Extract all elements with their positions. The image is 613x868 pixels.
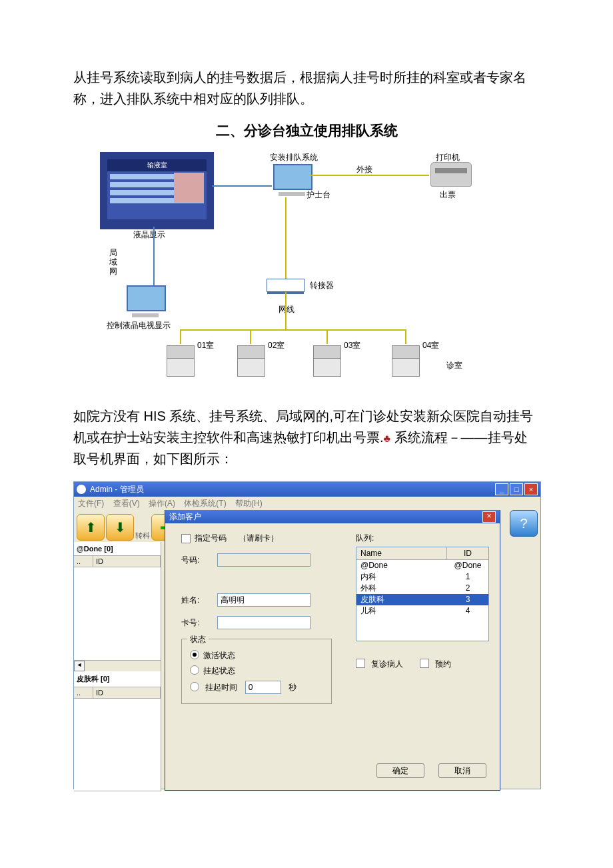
col-id[interactable]: ID	[93, 556, 161, 567]
cable-label: 网线	[279, 304, 295, 315]
intro-paragraph: 从挂号系统读取到病人的挂号数据后，根据病人挂号时所挂的科室或者专家名称，进入排队…	[73, 67, 540, 109]
app-title: Admin - 管理员	[90, 484, 144, 495]
room-device-4	[392, 345, 418, 377]
left-panel: @Done [0] .. ID ◄ 皮肤科 [0] .. ID	[74, 542, 161, 791]
dialog-titlebar[interactable]: 添加客户 ×	[165, 510, 500, 523]
hold-time-unit: 秒	[289, 683, 297, 692]
hold-time-input[interactable]	[245, 681, 281, 694]
install-label: 安装排队系统	[270, 152, 318, 163]
maximize-button[interactable]: □	[510, 483, 523, 495]
nurse-monitor	[273, 164, 310, 194]
ok-button[interactable]: 确定	[376, 763, 424, 778]
control-monitor-label: 控制液晶电视显示	[107, 320, 171, 331]
card-input[interactable]	[217, 616, 310, 629]
system-diagram: 输液室 液晶显示 局域网 控制液晶电视显示 安装排队系统 护士台 外接 打印机 …	[100, 152, 540, 385]
mid-paragraph: 如院方没有 HIS 系统、挂号系统、局域网的,可在门诊处安装新众医院自动挂号机或…	[73, 405, 540, 469]
radio-hold-time-label: 挂起时间	[205, 683, 237, 692]
room-1-label: 01室	[197, 340, 214, 351]
room-3-label: 03室	[344, 340, 360, 351]
tv-header: 输液室	[107, 159, 207, 171]
ticket-label: 出票	[440, 189, 456, 201]
dialog-close-button[interactable]: ×	[482, 511, 496, 523]
queue-row[interactable]: 内科1	[356, 571, 488, 583]
tool-transfer-label: 转科	[135, 531, 150, 541]
radio-hold-time[interactable]	[190, 682, 199, 691]
name-label: 姓名:	[181, 595, 217, 606]
radio-hold-label: 挂起状态	[203, 666, 235, 675]
col-dots: ..	[74, 556, 93, 567]
right-edge: ?	[500, 538, 540, 789]
revisit-label: 复诊病人	[371, 659, 403, 669]
minimize-button[interactable]: _	[495, 483, 508, 495]
queue-list[interactable]: Name ID @Done@Done内科1外科2皮肤科3儿科4	[356, 547, 489, 641]
revisit-checkbox[interactable]	[356, 659, 365, 668]
cancel-button[interactable]: 取消	[438, 763, 486, 778]
queue-row[interactable]: 皮肤科3	[356, 594, 488, 605]
ext-label: 外接	[356, 164, 372, 175]
room-device-2	[237, 345, 264, 377]
specify-number-label: 指定号码	[195, 533, 227, 544]
bullet-icon: ♣	[384, 433, 391, 444]
section-heading: 二、分诊台独立使用排队系统	[73, 121, 540, 140]
app-window: Admin - 管理员 _ □ × 文件(F) 查看(V) 操作(A) 体检系统…	[73, 481, 541, 789]
left-done-section[interactable]: @Done [0]	[74, 542, 161, 556]
menu-exam[interactable]: 体检系统(T)	[184, 499, 226, 508]
tool-btn-2[interactable]: ⬇	[106, 514, 134, 541]
specify-number-checkbox[interactable]	[181, 534, 191, 543]
reserve-label: 预约	[435, 659, 451, 669]
number-input	[217, 553, 310, 567]
room-device-3	[313, 345, 340, 377]
lcd-display-tv: 输液室	[100, 152, 214, 229]
app-titlebar[interactable]: Admin - 管理员 _ □ ×	[74, 482, 540, 497]
nurse-label: 护士台	[306, 189, 330, 201]
close-button[interactable]: ×	[524, 483, 538, 495]
card-label: 卡号:	[181, 617, 217, 629]
dialog-title: 添加客户	[169, 511, 201, 523]
status-group: 状态 激活状态 挂起状态 挂起时间 秒	[181, 639, 332, 704]
app-icon	[77, 485, 86, 494]
room-4-label: 04室	[422, 340, 439, 351]
left-hscroll[interactable]: ◄	[74, 661, 161, 671]
radio-active[interactable]	[190, 650, 199, 659]
queue-label: 队列:	[356, 533, 489, 544]
room-device-1	[167, 345, 193, 377]
queue-row[interactable]: @Done@Done	[356, 560, 488, 571]
tv-caption: 液晶显示	[133, 229, 165, 241]
reserve-checkbox[interactable]	[420, 659, 429, 668]
queue-col-id[interactable]: ID	[447, 547, 488, 559]
menu-action[interactable]: 操作(A)	[149, 499, 175, 508]
converter-icon	[267, 279, 305, 292]
lan-label: 局域网	[109, 248, 117, 276]
radio-active-label: 激活状态	[203, 651, 235, 660]
name-input[interactable]	[217, 593, 310, 607]
control-monitor	[127, 285, 163, 315]
help-button[interactable]: ?	[510, 510, 538, 537]
tool-btn-1[interactable]: ⬆	[77, 514, 105, 541]
status-legend: 状态	[187, 634, 209, 645]
queue-panel: 队列: Name ID @Done@Done内科1外科2皮肤科3儿科4 复诊病人	[356, 533, 489, 670]
col-id-2[interactable]: ID	[93, 687, 161, 698]
converter-label: 转接器	[310, 280, 334, 291]
room-area-label: 诊室	[446, 360, 462, 371]
queue-row[interactable]: 儿科4	[356, 605, 488, 617]
left-done-header: .. ID	[74, 556, 161, 567]
menu-help[interactable]: 帮助(H)	[235, 499, 263, 508]
menu-file[interactable]: 文件(F)	[78, 499, 104, 508]
swipe-hint: （请刷卡）	[239, 533, 279, 544]
menu-view[interactable]: 查看(V)	[113, 499, 140, 508]
queue-row[interactable]: 外科2	[356, 583, 488, 594]
add-customer-dialog: 添加客户 × 指定号码 （请刷卡） 号码: 姓名:	[165, 510, 500, 791]
radio-hold[interactable]	[190, 665, 199, 675]
col-dots-2: ..	[74, 687, 93, 698]
left-skin-header: .. ID	[74, 687, 161, 699]
printer-icon	[430, 162, 472, 187]
left-skin-section[interactable]: 皮肤科 [0]	[74, 671, 161, 687]
number-label: 号码:	[181, 555, 217, 566]
room-2-label: 02室	[268, 340, 285, 351]
queue-col-name[interactable]: Name	[356, 547, 447, 559]
